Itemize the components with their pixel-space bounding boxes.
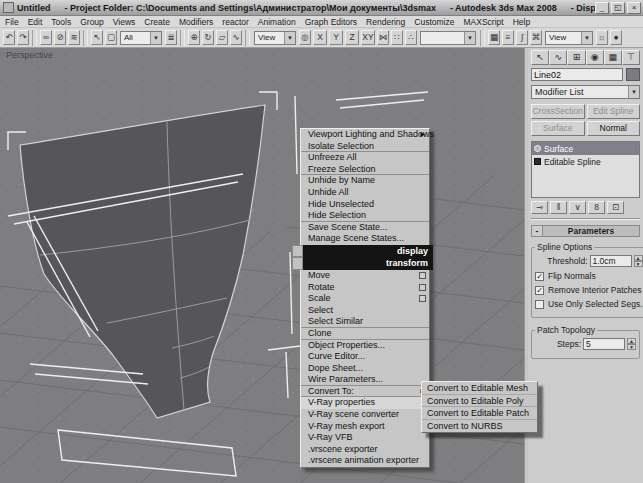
menu-item-clone[interactable]: Clone	[301, 328, 429, 340]
tab-utilities[interactable]: ⊤	[622, 50, 640, 65]
crosssection-button[interactable]: CrossSection	[531, 104, 585, 119]
unlink-selection-button[interactable]: ⊘	[54, 30, 66, 45]
submenu-item-convert-to-nurbs[interactable]: Convert to NURBS	[422, 420, 537, 433]
edit-spline-button[interactable]: Edit Spline	[587, 104, 641, 119]
reference-coordinate-system-dropdown[interactable]: View▼	[254, 31, 296, 45]
menu-item-viewport-lighting-and-shadows[interactable]: Viewport Lighting and Shadows▶	[301, 129, 429, 141]
menu-tools[interactable]: Tools	[51, 17, 71, 27]
snaps-toggle-button[interactable]: ∷	[391, 30, 403, 45]
viewport-label[interactable]: Perspective	[6, 50, 53, 60]
undo-button[interactable]: ↶	[3, 30, 15, 45]
checkbox-icon[interactable]: ✓	[535, 286, 544, 295]
surface-button[interactable]: Surface	[531, 121, 585, 136]
menu-item-vrscene-exporter[interactable]: .vrscene exporter	[301, 444, 429, 456]
use-center-flyout-button[interactable]: ◎	[299, 30, 311, 45]
restrict-to-xy-plane-button[interactable]: XY	[361, 30, 375, 45]
menu-maxscript[interactable]: MAXScript	[463, 17, 503, 27]
settings-box-icon[interactable]	[419, 284, 426, 291]
menu-item-unfreeze-all[interactable]: Unfreeze All	[301, 152, 429, 164]
menu-item-hide-unselected[interactable]: Hide Unselected	[301, 199, 429, 211]
menu-item-save-scene-state[interactable]: Save Scene State...	[301, 222, 429, 234]
submenu-item-convert-to-editable-patch[interactable]: Convert to Editable Patch	[422, 407, 537, 420]
settings-box-icon[interactable]	[419, 295, 426, 302]
submenu-item-convert-to-editable-mesh[interactable]: Convert to Editable Mesh	[422, 382, 537, 395]
menu-item-move[interactable]: Move	[301, 270, 429, 282]
quick-render-button[interactable]: ●	[610, 30, 622, 45]
mirror-button[interactable]: ⋈	[377, 30, 389, 45]
configure-modifier-sets-button[interactable]: ⊡	[607, 201, 624, 214]
select-and-rotate-button[interactable]: ↻	[202, 30, 214, 45]
threshold-field[interactable]: 1.0cm	[590, 255, 632, 267]
selection-filter-dropdown[interactable]: All▼	[120, 31, 162, 45]
menu-item-freeze-selection[interactable]: Freeze Selection	[301, 164, 429, 176]
stack-entry-surface[interactable]: Surface	[532, 142, 639, 155]
menu-animation[interactable]: Animation	[258, 17, 296, 27]
menu-item-v-ray-vfb[interactable]: V-Ray VFB	[301, 432, 429, 444]
menu-customize[interactable]: Customize	[414, 17, 454, 27]
restrict-to-z-button[interactable]: Z	[345, 30, 359, 45]
restrict-to-y-button[interactable]: Y	[329, 30, 343, 45]
minimize-button[interactable]: _	[595, 2, 609, 14]
menu-item-v-ray-properties[interactable]: V-Ray properties	[301, 397, 429, 409]
select-and-scale-button[interactable]: ▱	[216, 30, 228, 45]
tab-display[interactable]: ▦	[604, 50, 622, 65]
chevron-down-icon[interactable]: ▼	[150, 32, 161, 44]
keyboard-override-button[interactable]: ∴	[405, 30, 417, 45]
menu-item-convert-to[interactable]: Convert To:▶	[301, 386, 429, 398]
schematic-view-button[interactable]: ⌘	[530, 30, 542, 45]
select-and-link-button[interactable]: ∞	[40, 30, 52, 45]
show-end-result-button[interactable]: ‖	[550, 201, 567, 214]
menu-item-v-ray-mesh-export[interactable]: V-Ray mesh export	[301, 421, 429, 433]
select-and-move-button[interactable]: ⊕	[188, 30, 200, 45]
chevron-down-icon[interactable]: ▼	[628, 86, 639, 98]
menu-item-curve-editor[interactable]: Curve Editor...	[301, 351, 429, 363]
submenu-item-convert-to-editable-poly[interactable]: Convert to Editable Poly	[422, 395, 537, 408]
menu-item-scale[interactable]: Scale	[301, 293, 429, 305]
pin-stack-button[interactable]: ⊸	[531, 201, 548, 214]
menu-item-isolate-selection[interactable]: Isolate Selection	[301, 141, 429, 153]
quad-header-display[interactable]: display	[292, 245, 433, 258]
menu-item-select[interactable]: Select	[301, 305, 429, 317]
menu-help[interactable]: Help	[513, 17, 530, 27]
object-name-field[interactable]	[531, 68, 623, 81]
rectangular-selection-region-button[interactable]: ▢	[105, 30, 117, 45]
menu-item-unhide-all[interactable]: Unhide All	[301, 187, 429, 199]
tab-motion[interactable]: ◉	[586, 50, 604, 65]
named-selection-sets-dropdown[interactable]: ▼	[420, 31, 476, 45]
select-by-name-button[interactable]: ≣	[165, 30, 177, 45]
menu-views[interactable]: Views	[113, 17, 136, 27]
menu-item-rotate[interactable]: Rotate	[301, 282, 429, 294]
stack-entry-editable-spline[interactable]: Editable Spline	[532, 155, 639, 168]
menu-edit[interactable]: Edit	[28, 17, 43, 27]
rollout-collapse-button[interactable]: -	[532, 226, 543, 236]
curve-editor-button[interactable]: ∫	[516, 30, 528, 45]
spinner-down-icon[interactable]: ▼	[634, 261, 643, 267]
menu-group[interactable]: Group	[80, 17, 104, 27]
menu-file[interactable]: File	[5, 17, 19, 27]
chevron-down-icon[interactable]: ▼	[464, 32, 475, 44]
close-button[interactable]: ×	[627, 2, 641, 14]
menu-item-unhide-by-name[interactable]: Unhide by Name	[301, 175, 429, 187]
select-and-manipulate-button[interactable]: ∿	[230, 30, 242, 45]
remove-modifier-button[interactable]: 8	[588, 201, 605, 214]
menu-item-wire-parameters[interactable]: Wire Parameters...	[301, 374, 429, 386]
make-unique-button[interactable]: ∨	[569, 201, 586, 214]
chevron-down-icon[interactable]: ▼	[581, 32, 592, 44]
layer-manager-button[interactable]: ≡	[502, 30, 514, 45]
checkbox-remove-interior-patches[interactable]: ✓Remove Interior Patches	[535, 285, 643, 295]
menu-rendering[interactable]: Rendering	[366, 17, 405, 27]
menu-item-v-ray-scene-converter[interactable]: V-Ray scene converter	[301, 409, 429, 421]
bind-to-space-warp-button[interactable]: ≋	[68, 30, 80, 45]
render-type-dropdown[interactable]: View▼	[545, 31, 593, 45]
menu-create[interactable]: Create	[144, 17, 170, 27]
render-setup-button[interactable]: ☼	[596, 30, 608, 45]
object-color-swatch[interactable]	[626, 68, 640, 81]
quad-header-transform[interactable]: transform	[292, 257, 433, 270]
menu-item-vrscene-animation-exporter[interactable]: .vrscene animation exporter	[301, 455, 429, 467]
menu-reactor[interactable]: reactor	[222, 17, 248, 27]
menu-graph-editors[interactable]: Graph Editors	[305, 17, 357, 27]
track-view-button[interactable]: ▦	[488, 30, 500, 45]
spinner-down-icon[interactable]: ▼	[627, 344, 636, 350]
checkbox-use-only-selected-segs[interactable]: Use Only Selected Segs.	[535, 299, 643, 309]
settings-box-icon[interactable]	[419, 272, 426, 279]
